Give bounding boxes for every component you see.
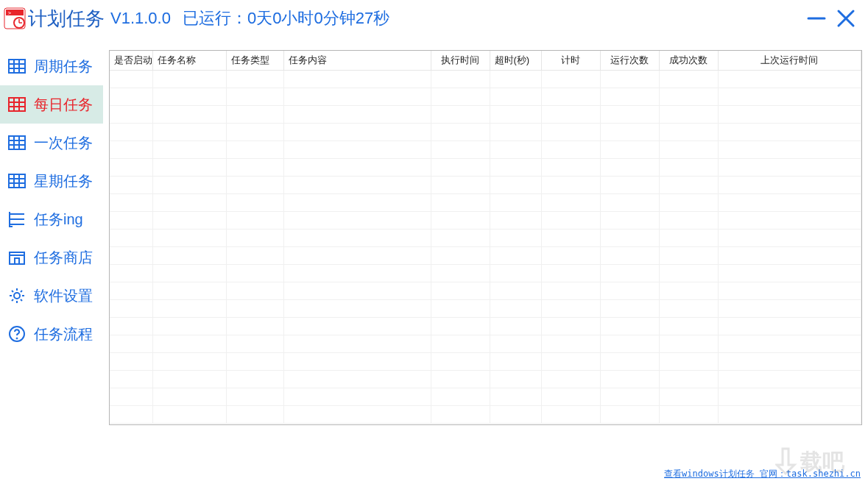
sidebar-item-label: 星期任务 (34, 171, 93, 191)
svg-point-36 (14, 293, 20, 299)
table-header-row: 是否启动 任务名称 任务类型 任务内容 执行时间 超时(秒) 计时 运行次数 成… (110, 51, 861, 71)
col-type[interactable]: 任务类型 (226, 51, 283, 71)
svg-rect-25 (9, 174, 25, 188)
titlebar: >_ 计划任务 V1.1.0.0 已运行：0天0小时0分钟27秒 (0, 0, 868, 37)
store-icon (7, 248, 27, 267)
table-row[interactable] (110, 247, 861, 265)
table-row[interactable] (110, 335, 861, 353)
task-table[interactable]: 是否启动 任务名称 任务类型 任务内容 执行时间 超时(秒) 计时 运行次数 成… (109, 50, 862, 425)
sidebar-item-label: 软件设置 (34, 286, 93, 306)
grid-icon (7, 95, 27, 114)
table-row[interactable] (110, 371, 861, 388)
col-name[interactable]: 任务名称 (152, 51, 226, 71)
table-row[interactable] (110, 71, 861, 88)
svg-rect-15 (9, 98, 25, 111)
sidebar-item-weekly[interactable]: 星期任务 (0, 162, 103, 200)
sidebar-item-settings[interactable]: 软件设置 (0, 277, 103, 315)
table-row[interactable] (110, 406, 861, 424)
table-row[interactable] (110, 300, 861, 318)
table-row[interactable] (110, 88, 861, 106)
sidebar-item-label: 周期任务 (34, 57, 93, 76)
app-title: 计划任务 (28, 6, 105, 32)
svg-text:>_: >_ (8, 10, 15, 16)
sidebar-item-label: 任务商店 (34, 248, 93, 268)
col-timeout[interactable]: 超时(秒) (490, 51, 541, 71)
table-row[interactable] (110, 124, 861, 141)
col-last-run[interactable]: 上次运行时间 (718, 51, 861, 71)
col-success-count[interactable]: 成功次数 (659, 51, 718, 71)
table-row[interactable] (110, 265, 861, 282)
col-timer[interactable]: 计时 (541, 51, 600, 71)
sidebar-item-flow[interactable]: 任务流程 (0, 315, 103, 353)
main-panel: 是否启动 任务名称 任务类型 任务内容 执行时间 超时(秒) 计时 运行次数 成… (103, 37, 868, 478)
col-run-count[interactable]: 运行次数 (600, 51, 659, 71)
list-icon (7, 210, 27, 229)
help-icon (7, 324, 27, 344)
gear-icon (7, 286, 27, 305)
sidebar-item-once[interactable]: 一次任务 (0, 124, 103, 162)
close-button[interactable] (831, 4, 861, 33)
grid-icon (7, 57, 27, 76)
sidebar-item-running[interactable]: 任务ing (0, 200, 103, 238)
table-row[interactable] (110, 282, 861, 300)
table-row[interactable] (110, 353, 861, 371)
svg-rect-10 (9, 60, 25, 73)
sidebar: 周期任务 每日任务 一次任务 星期任务 任务ing 任务商店 软件设置 (0, 37, 103, 478)
col-exec-time[interactable]: 执行时间 (431, 51, 490, 71)
grid-icon (7, 133, 27, 152)
minimize-button[interactable] (802, 4, 831, 33)
sidebar-item-periodic[interactable]: 周期任务 (0, 47, 103, 85)
table-row[interactable] (110, 212, 861, 229)
uptime-text: 已运行：0天0小时0分钟27秒 (183, 7, 389, 29)
table-row[interactable] (110, 177, 861, 194)
sidebar-item-label: 一次任务 (34, 133, 93, 153)
col-enabled[interactable]: 是否启动 (110, 51, 152, 71)
table-row[interactable] (110, 229, 861, 247)
sidebar-item-label: 任务流程 (34, 324, 93, 344)
sidebar-item-daily[interactable]: 每日任务 (0, 85, 103, 124)
table-row[interactable] (110, 388, 861, 406)
table-row[interactable] (110, 106, 861, 124)
footer-link[interactable]: 查看windows计划任务 官网：task.shezhi.cn (664, 468, 861, 480)
table-row[interactable] (110, 194, 861, 212)
table-row[interactable] (110, 318, 861, 335)
svg-point-38 (16, 338, 18, 339)
app-icon: >_ (3, 7, 27, 30)
col-content[interactable]: 任务内容 (283, 51, 431, 71)
svg-rect-35 (15, 258, 19, 264)
svg-rect-20 (9, 136, 25, 149)
app-version: V1.1.0.0 (110, 9, 171, 28)
table-row[interactable] (110, 159, 861, 177)
table-row[interactable] (110, 141, 861, 159)
sidebar-item-label: 每日任务 (34, 95, 93, 115)
sidebar-item-label: 任务ing (34, 210, 83, 229)
svg-rect-33 (10, 255, 24, 264)
grid-icon (7, 171, 27, 191)
sidebar-item-store[interactable]: 任务商店 (0, 238, 103, 277)
